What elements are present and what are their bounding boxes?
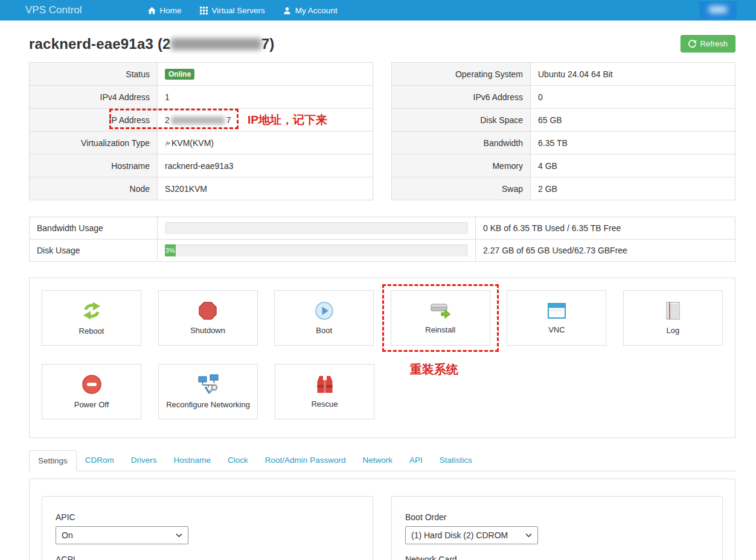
ip-value-prefix: 2 [165, 115, 170, 125]
reconfigure-networking-button[interactable]: Reconfigure Networking [158, 364, 258, 419]
table-row-disk-usage: Disk Usage 3% 2.27 GB of 65 GB Used/62.7… [30, 240, 735, 262]
nav-item-my-account[interactable]: My Account [274, 0, 347, 21]
table-row-ipv6: IPv6 Address 0 [392, 86, 735, 109]
settings-tab-bar: Settings CDRom Drivers Hostname Clock Ro… [29, 450, 735, 471]
status-badge: Online [165, 69, 194, 80]
shutdown-button[interactable]: Shutdown [158, 290, 258, 346]
row-label: Disk Usage [30, 240, 158, 262]
disk-progress-cell: 3% [158, 240, 476, 262]
rescue-button[interactable]: Rescue [275, 364, 374, 419]
reinstall-annotation-text: 重装系统 [410, 361, 458, 378]
row-label: Bandwidth [392, 132, 531, 154]
account-action-button-redacted[interactable] [699, 1, 737, 19]
green-cycle-arrows-icon [82, 301, 102, 321]
kvm-mark-icon [165, 141, 171, 147]
ip-redacted-blur [171, 38, 261, 50]
nav-item-home[interactable]: Home [139, 0, 191, 21]
page-title: racknerd-eae91a3 (27) [29, 36, 274, 52]
row-value: 65 GB [531, 109, 735, 132]
reinstall-button[interactable]: Reinstall [391, 290, 490, 346]
info-table-left: Status Online IPv4 Address 1 IP Address … [29, 62, 373, 200]
brand-title[interactable]: VPS Control [25, 4, 82, 16]
tab-drivers[interactable]: Drivers [123, 450, 165, 471]
settings-panel-right: Boot Order (1) Hard Disk (2) CDROM Netwo… [391, 496, 723, 560]
red-octagon-stop-icon [198, 301, 217, 320]
tab-settings[interactable]: Settings [29, 450, 77, 471]
chevron-down-icon [525, 533, 532, 538]
server-info-left: Status Online IPv4 Address 1 IP Address … [29, 62, 373, 200]
tab-clock[interactable]: Clock [219, 450, 257, 471]
blue-play-circle-icon [315, 301, 334, 320]
boot-button[interactable]: Boot [274, 290, 374, 346]
reboot-button[interactable]: Reboot [42, 290, 141, 346]
row-value: Online [158, 63, 373, 86]
refresh-button[interactable]: Refresh [681, 35, 735, 52]
table-row-os: Operating System Ubuntu 24.04 64 Bit [392, 63, 735, 86]
settings-panel-left: APIC On ACPI [42, 496, 373, 560]
log-button[interactable]: Log [623, 290, 723, 346]
top-navbar: VPS Control Home Virtual Servers My Acco… [0, 0, 756, 21]
nav-item-label: My Account [295, 6, 338, 15]
action-button-label: Shutdown [190, 326, 225, 335]
nav-item-label: Home [160, 6, 182, 15]
virtualization-value: KVM(KVM) [171, 138, 214, 148]
tab-cdrom[interactable]: CDRom [77, 450, 123, 471]
nav-item-virtual-servers[interactable]: Virtual Servers [191, 0, 274, 21]
row-value: 1 [158, 86, 373, 109]
boot-order-select-value: (1) Hard Disk (2) CDROM [411, 530, 508, 540]
network-tools-icon [197, 374, 220, 395]
row-value: 2 GB [531, 177, 735, 200]
controls-panel: Reboot Shutdown Boot [29, 278, 735, 438]
row-label: Disk Space [392, 109, 531, 132]
refresh-button-label: Refresh [700, 39, 728, 48]
bandwidth-progress [165, 222, 468, 234]
boot-order-select[interactable]: (1) Hard Disk (2) CDROM [405, 526, 538, 544]
grid-icon [200, 7, 208, 14]
row-label: Virtualization Type [30, 132, 158, 154]
table-row-bandwidth-usage: Bandwidth Usage 0 KB of 6.35 TB Used / 6… [30, 217, 735, 240]
ip-redacted-blur [171, 116, 225, 124]
action-button-label: Reboot [79, 326, 104, 336]
controls-row-2: Power Off Reconfigure Networking [42, 364, 723, 419]
tab-statistics[interactable]: Statistics [431, 450, 481, 471]
row-label: IP Address [30, 109, 158, 132]
power-off-button[interactable]: Power Off [42, 364, 141, 419]
usage-section: Bandwidth Usage 0 KB of 6.35 TB Used / 6… [29, 217, 735, 262]
apic-label: APIC [56, 512, 359, 522]
table-row-swap: Swap 2 GB [392, 177, 735, 200]
row-label: Node [30, 177, 158, 200]
row-label: IPv6 Address [392, 86, 531, 109]
vnc-button[interactable]: VNC [507, 290, 606, 346]
row-value: 6.35 TB [531, 132, 735, 154]
table-row-ipv4: IPv4 Address 1 [30, 86, 373, 109]
tab-api[interactable]: API [401, 450, 431, 471]
row-value: SJ201KVM [158, 177, 373, 200]
apic-select[interactable]: On [56, 526, 188, 544]
red-minus-circle-icon [82, 374, 102, 395]
network-card-label: Network Card [405, 555, 709, 560]
reinstall-wrapper: Reinstall 重装系统 [391, 290, 490, 346]
row-value: racknerd-eae91a3 [158, 154, 373, 177]
row-label: IPv4 Address [30, 86, 158, 109]
ip-value-suffix: 7 [226, 115, 231, 125]
action-button-label: Log [667, 326, 680, 335]
table-row-node: Node SJ201KVM [30, 177, 373, 200]
acpi-label: ACPI [56, 555, 359, 560]
action-button-label: Boot [316, 326, 332, 335]
server-info-section: Status Online IPv4 Address 1 IP Address … [29, 62, 735, 200]
disk-progress: 3% [165, 244, 468, 256]
ip-annotation-text: IP地址，记下来 [248, 112, 327, 128]
notebook-page-icon [664, 301, 681, 320]
home-icon [148, 7, 156, 14]
tab-network[interactable]: Network [354, 450, 401, 471]
row-label: Swap [392, 177, 531, 200]
tab-hostname[interactable]: Hostname [165, 450, 220, 471]
redacted-label-blur [709, 6, 727, 13]
row-label: Bandwidth Usage [30, 217, 158, 240]
table-row-memory: Memory 4 GB [392, 154, 735, 177]
nav-menu: Home Virtual Servers My Account [139, 0, 347, 21]
action-button-label: Reconfigure Networking [166, 400, 250, 409]
tab-root-admin-password[interactable]: Root/Admin Password [257, 450, 354, 471]
row-value: KVM(KVM) [158, 132, 373, 154]
disk-progress-fill: 3% [165, 244, 176, 256]
